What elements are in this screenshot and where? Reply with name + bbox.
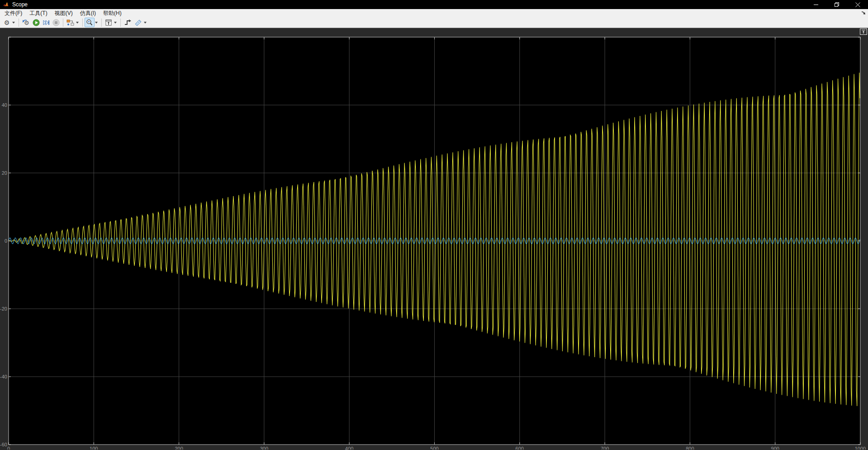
scale-axes-icon bbox=[105, 19, 112, 26]
signal-selector-dropdown-icon[interactable] bbox=[76, 22, 79, 24]
step-forward-icon bbox=[43, 19, 50, 26]
toolbar-separator bbox=[63, 19, 63, 27]
y-tick-label: -40 bbox=[0, 374, 7, 379]
stop-icon bbox=[52, 19, 60, 26]
close-icon bbox=[855, 2, 860, 7]
scale-axes-mini-button[interactable] bbox=[860, 29, 867, 35]
toolbar-separator bbox=[120, 19, 121, 27]
toolbar-separator bbox=[82, 19, 83, 27]
zoom-dropdown-icon[interactable] bbox=[95, 22, 98, 24]
scale-axes-dropdown-icon[interactable] bbox=[114, 22, 117, 24]
x-tick-label: 700 bbox=[601, 446, 609, 450]
measurements-button[interactable] bbox=[133, 18, 143, 27]
minimize-button[interactable] bbox=[806, 0, 826, 9]
y-tick-label: -60 bbox=[0, 442, 7, 447]
y-tick-label: 20 bbox=[2, 170, 7, 176]
toolbar: ⚙ ⚙ bbox=[0, 17, 868, 28]
x-tick-label: 1000 bbox=[855, 446, 866, 450]
measurements-icon bbox=[134, 19, 142, 26]
scope-canvas[interactable]: -60-40-200204001002003004005006007008009… bbox=[0, 28, 868, 450]
measurements-dropdown-icon[interactable] bbox=[144, 22, 147, 24]
stepping-options-icon: ⚙ bbox=[22, 19, 30, 26]
y-tick-label: -20 bbox=[0, 306, 7, 311]
scale-axes-button[interactable] bbox=[104, 18, 114, 27]
title-bar: Scope bbox=[0, 0, 868, 9]
stop-button[interactable] bbox=[51, 18, 61, 27]
trigger-button[interactable] bbox=[123, 18, 133, 27]
restore-icon bbox=[835, 2, 840, 7]
close-button[interactable] bbox=[847, 0, 868, 9]
menu-bar: 文件(F) 工具(T) 视图(V) 仿真(I) 帮助(H) bbox=[0, 9, 868, 17]
scope-plot-area[interactable]: -60-40-200204001002003004005006007008009… bbox=[0, 28, 868, 450]
x-tick-label: 900 bbox=[771, 446, 779, 450]
x-tick-label: 400 bbox=[345, 446, 353, 450]
minimize-icon bbox=[814, 2, 819, 7]
menu-simulation[interactable]: 仿真(I) bbox=[76, 9, 100, 17]
gear-icon: ⚙ bbox=[4, 19, 10, 26]
x-tick-label: 500 bbox=[430, 446, 438, 450]
toolbar-separator bbox=[19, 19, 19, 27]
run-icon bbox=[33, 19, 40, 26]
x-tick-label: 600 bbox=[516, 446, 524, 450]
configuration-dropdown-icon[interactable] bbox=[12, 22, 15, 24]
configuration-button[interactable]: ⚙ bbox=[2, 18, 12, 27]
run-button[interactable] bbox=[31, 18, 41, 27]
y-tick-label: 40 bbox=[2, 102, 7, 108]
y-tick-label: 0 bbox=[5, 238, 7, 244]
menu-view[interactable]: 视图(V) bbox=[51, 9, 76, 17]
scale-axes-mini-icon bbox=[861, 29, 866, 34]
menu-help[interactable]: 帮助(H) bbox=[100, 9, 125, 17]
toolbar-separator bbox=[101, 19, 102, 27]
menu-tools[interactable]: 工具(T) bbox=[26, 9, 51, 17]
x-tick-label: 300 bbox=[260, 446, 268, 450]
x-tick-label: 0 bbox=[7, 446, 10, 450]
window-title: Scope bbox=[12, 1, 28, 8]
step-forward-button[interactable] bbox=[41, 18, 51, 27]
signal-selector-button[interactable] bbox=[65, 18, 76, 27]
x-tick-label: 800 bbox=[686, 446, 694, 450]
stepping-options-button[interactable]: ⚙ bbox=[21, 18, 31, 27]
signal-selector-icon bbox=[66, 19, 74, 26]
trigger-icon bbox=[124, 19, 132, 26]
zoom-icon bbox=[86, 19, 93, 26]
zoom-button[interactable] bbox=[85, 18, 95, 27]
matlab-logo-icon bbox=[3, 1, 9, 8]
x-tick-label: 200 bbox=[175, 446, 183, 450]
restore-button[interactable] bbox=[826, 0, 847, 9]
menu-file[interactable]: 文件(F) bbox=[1, 9, 26, 17]
x-tick-label: 100 bbox=[90, 446, 98, 450]
dock-arrow-icon[interactable] bbox=[861, 10, 866, 15]
